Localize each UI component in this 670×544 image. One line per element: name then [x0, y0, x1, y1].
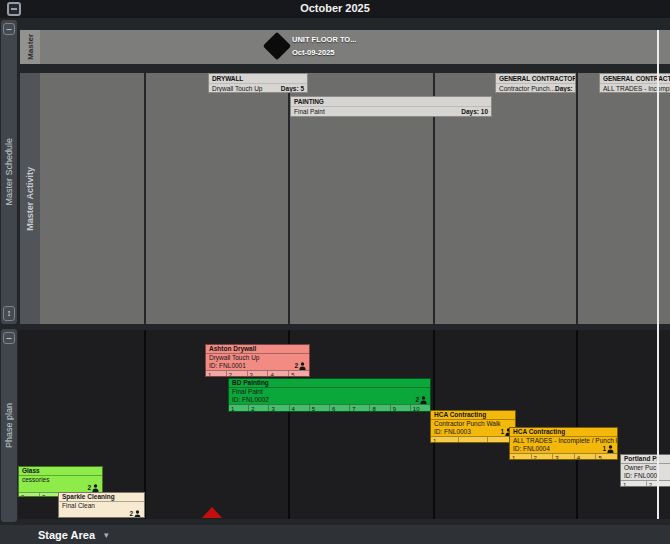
- card-id: ID: FNL0003: [434, 428, 471, 436]
- phase-card-bd-painting[interactable]: BD Painting Final Paint ID: FNL0002 2 12…: [228, 378, 431, 412]
- card-day-row: 12345: [510, 453, 617, 460]
- card-id: ID: FNL000: [624, 472, 657, 480]
- phase-card-portland[interactable]: Portland Pr Owner Puc ID: FNL000 123: [620, 454, 670, 487]
- collapse-master-button[interactable]: –: [3, 23, 15, 35]
- phase-card-hca-alltrades[interactable]: HCA Contracting ALL TRADES - Incomplete …: [509, 427, 618, 460]
- today-line: [657, 30, 659, 519]
- card-id: ID: FNL0001: [209, 362, 246, 370]
- person-icon: [92, 484, 99, 492]
- card-crew-count: 2: [294, 362, 306, 370]
- activity-bar-painting[interactable]: PAINTING Final Paint Days: 10: [290, 96, 492, 117]
- activity-bar-drywall[interactable]: DRYWALL Drywall Touch Up Days: 5: [208, 73, 308, 93]
- person-icon: [607, 445, 614, 453]
- card-task: Drywall Touch Up: [206, 354, 309, 362]
- card-id: ID: FNL0004: [513, 445, 550, 453]
- phase-card-ashton-drywall[interactable]: Ashton Drywall Drywall Touch Up ID: FNL0…: [205, 344, 310, 377]
- activity-bar-gc-punch[interactable]: GENERAL CONTRACTOR Contractor Punch... D…: [495, 73, 576, 93]
- day-cell: 1: [621, 481, 647, 487]
- day-cell: 4: [575, 454, 597, 460]
- card-crew-count: 1: [602, 445, 614, 453]
- phase-plan-area: Ashton Drywall Drywall Touch Up ID: FNL0…: [18, 330, 670, 519]
- grid-line: [144, 73, 146, 324]
- month-title: October 2025: [0, 2, 670, 14]
- day-cell: 4: [290, 405, 310, 412]
- card-task: Owner Puc: [621, 464, 670, 472]
- stage-area-dropdown[interactable]: Stage Area: [38, 529, 95, 541]
- phase-card-sparkle-cleaning[interactable]: Sparkle Cleaning Final Clean 2: [58, 492, 145, 518]
- bar-title: GENERAL CONTRACTOR: [600, 74, 670, 84]
- bar-title: DRYWALL: [209, 74, 307, 84]
- card-day-row: 12345: [206, 370, 309, 377]
- day-cell: 2: [249, 405, 269, 412]
- card-company: BD Painting: [229, 379, 430, 388]
- person-icon: [420, 396, 427, 404]
- bottom-bar: Stage Area ▾: [0, 525, 670, 544]
- bar-task: Contractor Punch...: [499, 84, 555, 93]
- bar-days: Days: 1: [555, 84, 576, 93]
- milestone-title: UNIT FLOOR TO...: [292, 35, 356, 44]
- day-cell: 10: [411, 405, 430, 412]
- card-crew-count: 2: [129, 510, 141, 518]
- grid-line: [576, 73, 578, 324]
- card-task: Final Paint: [229, 388, 430, 396]
- card-day-row: 12345678910: [229, 404, 430, 412]
- card-day-row: 123: [621, 480, 670, 487]
- card-company: HCA Contracting: [431, 411, 515, 420]
- card-day-row: 1: [431, 436, 515, 443]
- master-activity-area: DRYWALL Drywall Touch Up Days: 5 PAINTIN…: [40, 73, 670, 324]
- card-company: Glass: [19, 467, 102, 476]
- day-cell: 7: [350, 405, 370, 412]
- card-task: cessories: [19, 476, 102, 484]
- master-row-label: Master: [26, 34, 35, 60]
- day-cell: 2: [532, 454, 554, 460]
- day-cell: 5: [596, 454, 617, 460]
- bar-task: ALL TRADES - Incomplete /: [603, 84, 670, 93]
- day-cell: 1: [206, 371, 227, 377]
- day-cell: 9: [391, 405, 411, 412]
- bar-title: PAINTING: [291, 97, 491, 107]
- month-header-bar: October 2025: [0, 0, 670, 18]
- master-milestone-row: UNIT FLOOR TO... Oct-09-2025: [40, 30, 670, 64]
- day-cell: 1: [229, 405, 249, 412]
- card-crew-count: 2: [415, 396, 427, 404]
- card-task: ALL TRADES - Incomplete / Punch list: [510, 437, 617, 445]
- bar-task: Final Paint: [294, 107, 325, 116]
- chevron-down-icon[interactable]: ▾: [104, 530, 109, 540]
- person-icon: [299, 362, 306, 370]
- day-cell: 4: [268, 371, 289, 377]
- day-cell: [459, 437, 487, 443]
- phase-card-hca-punchwalk[interactable]: HCA Contracting Contractor Punch Walk ID…: [430, 410, 516, 443]
- card-company: Portland Pr: [621, 455, 670, 464]
- day-cell: 3: [553, 454, 575, 460]
- day-cell: 3: [248, 371, 269, 377]
- day-cell: 5: [289, 371, 309, 377]
- day-cell: 5: [310, 405, 330, 412]
- schedule-app: October 2025 Master Schedule – ↕ Phase p…: [0, 0, 670, 544]
- milestone-diamond-icon[interactable]: [263, 32, 291, 60]
- activity-bar-gc-alltrades[interactable]: GENERAL CONTRACTOR ALL TRADES - Incomple…: [599, 73, 670, 93]
- resize-sections-button[interactable]: ↕: [3, 306, 15, 321]
- card-id: ID: FNL0002: [232, 396, 269, 404]
- master-schedule-rail: Master Schedule: [1, 20, 17, 324]
- day-cell: 2: [19, 493, 40, 497]
- person-icon: [134, 510, 141, 518]
- bar-title: GENERAL CONTRACTOR: [496, 74, 575, 84]
- collapse-phase-button[interactable]: –: [3, 332, 15, 344]
- day-cell: 6: [330, 405, 350, 412]
- bar-days: Days: 10: [461, 107, 488, 116]
- card-company: Sparkle Cleaning: [59, 493, 144, 502]
- bar-task: Drywall Touch Up: [212, 84, 262, 93]
- card-company: Ashton Drywall: [206, 345, 309, 354]
- milestone-date: Oct-09-2025: [292, 48, 335, 57]
- grid-line: [576, 330, 578, 519]
- master-activity-label-strip: Master Activity: [20, 73, 40, 324]
- master-schedule-label: Master Schedule: [4, 138, 14, 206]
- card-task: Contractor Punch Walk: [431, 420, 515, 428]
- master-row-label-strip: Master: [20, 30, 40, 64]
- grid-line: [144, 330, 146, 519]
- milestone-triangle-marker[interactable]: [202, 507, 222, 518]
- master-activity-label: Master Activity: [25, 167, 35, 231]
- phase-plan-rail: Phase plan: [1, 329, 17, 522]
- phase-plan-label: Phase plan: [4, 403, 14, 448]
- day-cell: 3: [269, 405, 289, 412]
